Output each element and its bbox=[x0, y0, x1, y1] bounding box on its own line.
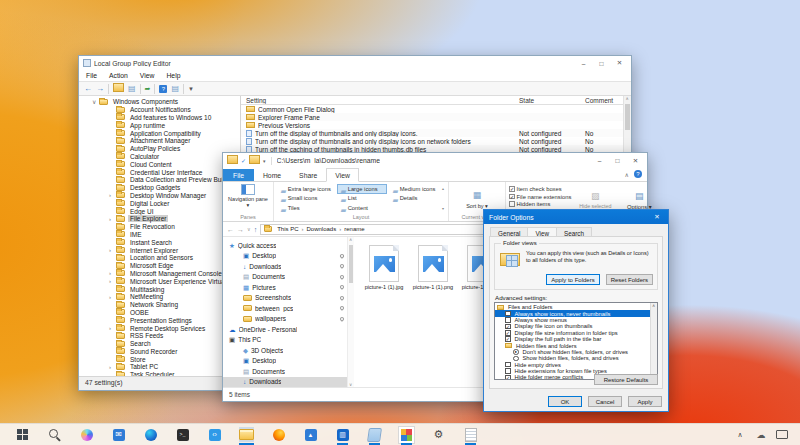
checkbox[interactable]: ✓ bbox=[509, 194, 515, 200]
checkbox[interactable] bbox=[505, 368, 511, 374]
tree-item[interactable]: › Microsoft Management Console bbox=[79, 270, 240, 278]
gallery-icon[interactable] bbox=[399, 427, 414, 442]
checkbox[interactable] bbox=[505, 362, 511, 368]
ribbon-tab[interactable]: View bbox=[326, 168, 359, 182]
tree-item[interactable]: ∨ Windows Components bbox=[79, 98, 240, 106]
check-icon[interactable] bbox=[241, 156, 246, 166]
expand-arrow-icon[interactable]: › bbox=[109, 216, 116, 222]
checkbox[interactable]: ✓ bbox=[505, 336, 511, 342]
tree-item[interactable]: Digital Locker bbox=[79, 199, 240, 207]
policy-row[interactable]: Turn off the display of thumbnails and o… bbox=[241, 129, 623, 137]
tree-item[interactable]: Account Notifications bbox=[79, 106, 240, 114]
sidebar-item[interactable]: This PC bbox=[223, 335, 347, 346]
tree-item[interactable]: › NetMeeting bbox=[79, 293, 240, 301]
expand-arrow-icon[interactable]: › bbox=[109, 247, 116, 253]
caret-down-icon[interactable]: ▾ bbox=[263, 158, 266, 164]
panel-icon[interactable] bbox=[171, 84, 179, 94]
tool-folder-icon[interactable] bbox=[113, 83, 124, 95]
view-option[interactable]: Content bbox=[337, 203, 387, 213]
checkbox[interactable] bbox=[505, 311, 511, 317]
radio-button[interactable] bbox=[513, 356, 519, 362]
search-icon[interactable] bbox=[47, 427, 62, 442]
cancel-button[interactable]: Cancel bbox=[588, 396, 622, 407]
explorer-minimize-button[interactable]: – bbox=[592, 157, 607, 164]
firefox-icon[interactable] bbox=[271, 427, 286, 442]
file-item[interactable]: picture-1 (1).jpg bbox=[362, 245, 406, 290]
tree-item[interactable]: Sound Recorder bbox=[79, 348, 240, 356]
tree-item[interactable]: Data Collection and Preview Builds bbox=[79, 176, 240, 184]
view-option[interactable]: Details bbox=[389, 194, 441, 204]
sidebar-item[interactable]: Documents bbox=[223, 272, 347, 283]
tree-item[interactable]: Search bbox=[79, 340, 240, 348]
checkbox[interactable]: ✓ bbox=[505, 330, 511, 336]
tree-item[interactable]: IME bbox=[79, 231, 240, 239]
restore-defaults-button[interactable]: Restore Defaults bbox=[594, 374, 658, 385]
gpe-menu-item[interactable]: View bbox=[140, 72, 155, 79]
view-option[interactable]: Tiles bbox=[277, 203, 335, 213]
ribbon-tab[interactable]: Share bbox=[290, 168, 326, 182]
tab-file[interactable]: File bbox=[223, 169, 254, 181]
sidebar-item[interactable]: Quick access bbox=[223, 240, 347, 251]
apply-button[interactable]: Apply bbox=[628, 396, 662, 407]
ribbon-checkbox-row[interactable]: Hidden items bbox=[509, 201, 571, 207]
copilot-icon[interactable] bbox=[79, 427, 94, 442]
tree-item[interactable]: Cloud Content bbox=[79, 160, 240, 168]
sep-icon[interactable] bbox=[154, 84, 155, 94]
navigation-pane-button[interactable]: Navigation pane ▾ bbox=[226, 184, 270, 209]
sidebar-item[interactable]: Pictures bbox=[223, 282, 347, 293]
checkbox[interactable] bbox=[505, 317, 511, 323]
checkbox[interactable]: ✓ bbox=[505, 324, 511, 330]
policy-row[interactable]: Turn off the display of thumbnails and o… bbox=[241, 137, 623, 145]
sidebar-item[interactable]: Desktop bbox=[223, 356, 347, 367]
radio-button[interactable]: ● bbox=[513, 349, 519, 355]
sep-icon[interactable] bbox=[108, 84, 109, 94]
tree-item[interactable]: App runtime bbox=[79, 121, 240, 129]
gpe-maximize-button[interactable]: □ bbox=[594, 60, 609, 67]
view-option[interactable]: Medium icons bbox=[389, 184, 441, 194]
dialog-close-button[interactable]: ✕ bbox=[651, 213, 663, 221]
tree-item[interactable]: Store bbox=[79, 355, 240, 363]
tree-item[interactable]: Application Compatibility bbox=[79, 129, 240, 137]
tree-item[interactable]: Add features to Windows 10 bbox=[79, 114, 240, 122]
sidebar-item[interactable]: between_pcs bbox=[223, 303, 347, 314]
tree-item[interactable]: Calculator bbox=[79, 153, 240, 161]
sidebar-item[interactable]: wallpapers bbox=[223, 314, 347, 325]
sidebar-scrollbar[interactable] bbox=[347, 237, 354, 387]
export-icon[interactable] bbox=[145, 84, 151, 94]
gpe-list-header[interactable]: Setting State Comment bbox=[241, 96, 623, 105]
store-icon[interactable] bbox=[335, 427, 350, 442]
collapse-ribbon-icon[interactable]: ∧ bbox=[625, 171, 629, 178]
tool-folder-icon[interactable] bbox=[227, 155, 238, 167]
forward-icon[interactable] bbox=[96, 84, 104, 94]
gpe-menu-item[interactable]: Help bbox=[166, 72, 180, 79]
tree-item[interactable]: File Revocation bbox=[79, 223, 240, 231]
tree-item[interactable]: Network Sharing bbox=[79, 301, 240, 309]
tree-item[interactable]: Location and Sensors bbox=[79, 254, 240, 262]
expand-arrow-icon[interactable]: › bbox=[109, 192, 116, 198]
up-icon[interactable]: ↑ bbox=[254, 226, 258, 233]
start-icon[interactable] bbox=[15, 427, 30, 442]
back-icon[interactable] bbox=[84, 84, 92, 94]
ribbon-checkbox-row[interactable]: ✓ Item check boxes bbox=[509, 186, 571, 192]
apply-to-folders-button[interactable]: Apply to Folders bbox=[546, 274, 599, 285]
sidebar-item[interactable]: OneDrive - Personal bbox=[223, 324, 347, 335]
tree-item[interactable]: › Desktop Window Manager bbox=[79, 192, 240, 200]
recent-locations-icon[interactable]: ∨ bbox=[247, 226, 251, 232]
ribbon-checkbox-row[interactable]: ✓ File name extensions bbox=[509, 194, 571, 200]
tree-item[interactable]: › Microsoft User Experience Virtualizati… bbox=[79, 277, 240, 285]
column-state[interactable]: State bbox=[519, 97, 585, 104]
layout-scroll[interactable]: ▴▾ bbox=[441, 184, 445, 213]
view-option[interactable]: Extra large icons bbox=[277, 184, 335, 194]
settings-icon[interactable] bbox=[431, 427, 446, 442]
book-icon[interactable] bbox=[367, 427, 382, 442]
gpe-titlebar[interactable]: Local Group Policy Editor – □ ✕ bbox=[79, 56, 631, 70]
tree-item[interactable]: Presentation Settings bbox=[79, 316, 240, 324]
edge-icon[interactable] bbox=[143, 427, 158, 442]
expand-arrow-icon[interactable]: › bbox=[109, 294, 116, 300]
policy-row[interactable]: Previous Versions bbox=[241, 121, 623, 129]
sep-icon[interactable] bbox=[183, 84, 184, 94]
tree-item[interactable]: › File Explorer bbox=[79, 215, 240, 223]
cloud-icon[interactable] bbox=[755, 429, 767, 441]
chevron-up-icon[interactable] bbox=[734, 429, 746, 441]
sidebar-item[interactable]: Screenshots bbox=[223, 293, 347, 304]
